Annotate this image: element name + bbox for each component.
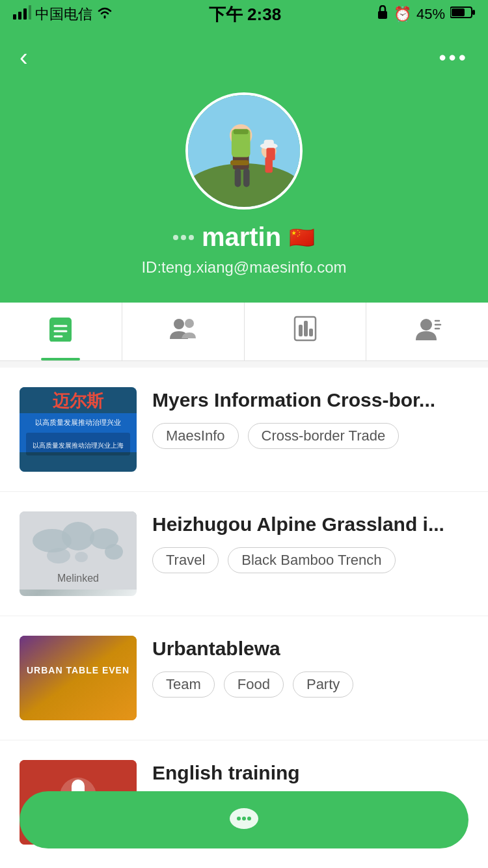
contact-icon xyxy=(413,316,442,347)
svg-rect-51 xyxy=(20,636,137,720)
bottom-bar xyxy=(0,781,488,868)
avatar xyxy=(185,92,303,210)
svg-point-28 xyxy=(185,319,194,328)
item-title: Myers Information Cross-bor... xyxy=(152,387,468,413)
battery-label: 45% xyxy=(416,6,445,23)
profile-id: ID:teng.xiang@maesinfo.com xyxy=(141,258,346,277)
list-item[interactable]: 迈尔斯 以高质量发展推动治理兴业 以高质量发展推动治理兴业上海 Myers In… xyxy=(0,368,488,492)
svg-text:URBAN TABLE EVEN: URBAN TABLE EVEN xyxy=(27,665,129,675)
carrier-label: 中国电信 xyxy=(35,5,92,24)
svg-text:以高质量发展推动治理兴业上海: 以高质量发展推动治理兴业上海 xyxy=(33,442,124,449)
item-thumbnail: 迈尔斯 以高质量发展推动治理兴业 以高质量发展推动治理兴业上海 xyxy=(20,387,137,472)
tags-row: MaesInfo Cross-border Trade xyxy=(152,423,468,449)
alarm-icon: ⏰ xyxy=(394,6,411,23)
status-left: 中国电信 xyxy=(13,5,113,24)
svg-rect-1 xyxy=(18,12,21,20)
svg-rect-17 xyxy=(235,169,241,187)
profile-header: martin 🇨🇳 ID:teng.xiang@maesinfo.com xyxy=(0,86,488,303)
list-item[interactable]: Melinked Heizhugou Alpine Grassland i...… xyxy=(0,492,488,616)
svg-rect-4 xyxy=(378,11,387,19)
svg-text:以高质量发展推动治理兴业: 以高质量发展推动治理兴业 xyxy=(35,418,121,426)
friends-icon xyxy=(169,316,197,347)
item-thumbnail: Melinked xyxy=(20,511,137,596)
svg-point-33 xyxy=(420,319,432,331)
tag[interactable]: Cross-border Trade xyxy=(248,423,400,449)
item-title: Heizhugou Alpine Grassland i... xyxy=(152,511,468,537)
svg-rect-0 xyxy=(13,14,16,20)
item-info: Heizhugou Alpine Grassland i... Travel B… xyxy=(152,511,468,573)
svg-rect-15 xyxy=(234,129,249,135)
list-item[interactable]: URBAN TABLE EVEN Urbantablewa Team Food … xyxy=(0,616,488,740)
svg-point-49 xyxy=(75,552,88,562)
svg-rect-6 xyxy=(472,10,475,15)
svg-rect-22 xyxy=(50,318,71,342)
tab-contact[interactable] xyxy=(366,303,488,360)
svg-text:Melinked: Melinked xyxy=(57,573,99,584)
tags-row: Travel Black Bamboo Trench xyxy=(152,547,468,573)
lock-icon xyxy=(377,5,388,23)
tabs-row xyxy=(0,303,488,361)
svg-rect-3 xyxy=(29,5,31,20)
back-button[interactable]: ‹ xyxy=(20,44,28,72)
tag[interactable]: Black Bamboo Trench xyxy=(228,547,395,573)
tag[interactable]: Food xyxy=(224,671,284,698)
tag[interactable]: MaesInfo xyxy=(152,423,239,449)
chat-icon xyxy=(227,804,261,835)
svg-point-60 xyxy=(242,817,246,821)
svg-rect-31 xyxy=(304,321,308,336)
item-info: Myers Information Cross-bor... MaesInfo … xyxy=(152,387,468,449)
svg-text:迈尔斯: 迈尔斯 xyxy=(52,391,104,411)
chat-button[interactable] xyxy=(20,791,468,848)
profile-name: martin xyxy=(202,223,281,252)
nav-bar: ‹ ••• xyxy=(0,29,488,86)
more-button[interactable]: ••• xyxy=(439,46,468,70)
stats-icon xyxy=(293,316,317,347)
item-title: Urbantablewa xyxy=(152,636,468,661)
status-right: ⏰ 45% xyxy=(377,5,475,23)
svg-point-59 xyxy=(237,817,241,821)
tags-row: Team Food Party xyxy=(152,671,468,698)
svg-point-47 xyxy=(105,544,123,560)
tab-posts[interactable] xyxy=(0,303,122,360)
profile-flag: 🇨🇳 xyxy=(289,225,315,250)
wechat-dots xyxy=(173,235,194,240)
svg-point-48 xyxy=(47,548,70,563)
tag[interactable]: Travel xyxy=(152,547,219,573)
signal-icon xyxy=(13,5,31,23)
svg-rect-32 xyxy=(309,329,313,336)
status-time: 下午 2:38 xyxy=(209,3,281,26)
tag[interactable]: Party xyxy=(293,671,353,698)
svg-rect-18 xyxy=(243,169,250,187)
tab-friends[interactable] xyxy=(122,303,244,360)
item-thumbnail: URBAN TABLE EVEN xyxy=(20,636,137,720)
posts-icon xyxy=(47,316,74,347)
svg-point-27 xyxy=(174,319,184,329)
status-bar: 中国电信 下午 2:38 ⏰ 45% xyxy=(0,0,488,29)
svg-rect-2 xyxy=(23,8,27,20)
battery-icon xyxy=(450,6,475,23)
svg-point-45 xyxy=(62,522,94,550)
tab-stats[interactable] xyxy=(244,303,366,360)
svg-rect-30 xyxy=(299,325,303,336)
wifi-icon xyxy=(96,6,113,23)
tag[interactable]: Team xyxy=(152,671,215,698)
svg-point-61 xyxy=(247,817,251,821)
svg-rect-21 xyxy=(266,148,275,160)
item-info: Urbantablewa Team Food Party xyxy=(152,636,468,698)
svg-rect-16 xyxy=(230,160,249,165)
svg-rect-7 xyxy=(452,8,465,16)
profile-name-row: martin 🇨🇳 xyxy=(173,223,315,252)
svg-rect-20 xyxy=(264,140,274,147)
